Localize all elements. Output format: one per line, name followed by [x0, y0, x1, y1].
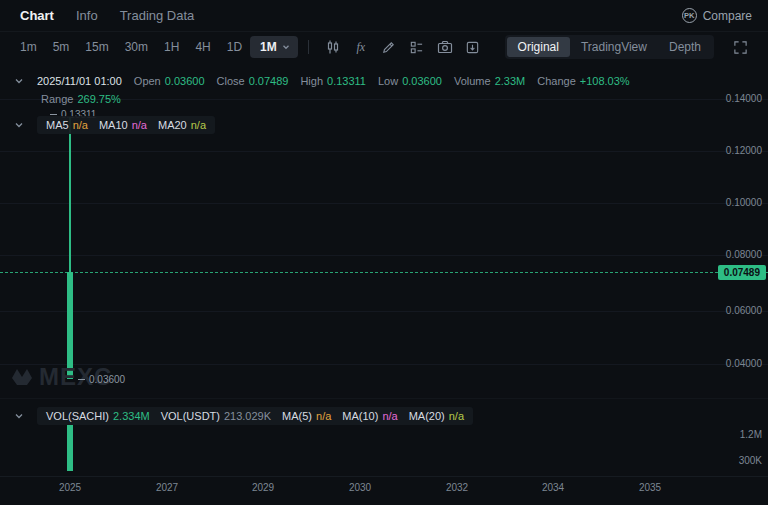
timeframe-4h[interactable]: 4H [187, 37, 218, 57]
camera-icon [437, 39, 453, 55]
low-label: Low [378, 75, 398, 87]
timeframe-selector-1M[interactable]: 1M [250, 36, 298, 58]
ma20-value: n/a [191, 119, 206, 131]
tab-chart[interactable]: Chart [20, 8, 54, 23]
ma5-value: n/a [73, 119, 88, 131]
indicator-settings-button[interactable] [403, 35, 431, 59]
timeframe-5m[interactable]: 5m [45, 37, 78, 57]
ma-pill: MA5n/a MA10n/a MA20n/a [37, 116, 215, 134]
gridline [0, 203, 768, 204]
toolbar-divider [308, 40, 309, 54]
marker-dash [78, 379, 85, 380]
save-icon [465, 40, 480, 55]
chevron-down-icon [282, 43, 290, 51]
vol-ma10-value: n/a [382, 410, 397, 422]
change-label: Change [537, 75, 576, 87]
range-value: 269.75% [77, 93, 120, 105]
vol-quote-value: 213.029K [224, 410, 271, 422]
tab-trading-data[interactable]: Trading Data [120, 8, 195, 23]
list-settings-icon [409, 40, 424, 55]
fx-icon: fx [356, 40, 365, 55]
vol-base-label: VOL(SACHI) [46, 410, 109, 422]
compare-pk-icon: PK [682, 8, 697, 23]
open-label: Open [134, 75, 161, 87]
vol-collapse-chevron[interactable] [14, 411, 24, 421]
vol-ma20-value: n/a [449, 410, 464, 422]
timeframe-1m[interactable]: 1m [12, 37, 45, 57]
fullscreen-icon [733, 40, 748, 55]
high-label: High [300, 75, 323, 87]
indicators-button[interactable]: fx [347, 35, 375, 59]
high-value: 0.13311 [327, 75, 366, 87]
gridline [0, 364, 768, 365]
gridline [0, 255, 768, 256]
price-tick: 0.06000 [726, 305, 762, 316]
ma5-label: MA5 [46, 119, 69, 131]
time-tick: 2035 [639, 482, 661, 493]
time-tick: 2029 [252, 482, 274, 493]
screenshot-button[interactable] [431, 35, 459, 59]
view-depth[interactable]: Depth [658, 37, 712, 57]
vol-base-value: 2.334M [113, 410, 150, 422]
price-tick: 0.04000 [726, 358, 762, 369]
close-value: 0.07489 [249, 75, 289, 87]
pencil-icon [381, 40, 396, 55]
main-tabs: Chart Info Trading Data [20, 8, 194, 23]
timeframe-1d[interactable]: 1D [219, 37, 250, 57]
low-price-marker: 0.03600 [78, 374, 125, 385]
time-tick: 2027 [156, 482, 178, 493]
vol-ma5-label: MA(5) [282, 410, 312, 422]
vol-quote-label: VOL(USDT) [161, 410, 220, 422]
candle-style-icon [325, 39, 341, 55]
trading-chart-app: Chart Info Trading Data PK Compare 1m 5m… [0, 0, 768, 505]
change-value: +108.03% [580, 75, 630, 87]
top-bar: Chart Info Trading Data PK Compare [0, 0, 768, 32]
volume-bar [67, 425, 73, 471]
chart-view-controls: Original TradingView Depth [505, 35, 754, 59]
chart-canvas[interactable]: MEXC 2025/11/01 01:00 Open0.03600 Close0… [0, 62, 768, 505]
view-tradingview[interactable]: TradingView [570, 37, 658, 57]
time-tick: 2030 [349, 482, 371, 493]
chart-toolbar: 1m 5m 15m 30m 1H 4H 1D 1M fx [0, 32, 768, 62]
vol-ma5-value: n/a [316, 410, 331, 422]
range-legend: Range269.75% [41, 93, 121, 105]
save-chart-button[interactable] [459, 35, 487, 59]
marker-dash [50, 114, 57, 115]
timeframe-15m[interactable]: 15m [77, 37, 116, 57]
fullscreen-button[interactable] [726, 35, 754, 59]
low-value: 0.03600 [402, 75, 442, 87]
candle-style-button[interactable] [319, 35, 347, 59]
vol-ma10-label: MA(10) [342, 410, 378, 422]
volume-tick: 300K [739, 455, 762, 466]
selected-timeframe-label: 1M [260, 40, 277, 54]
drawing-tools-button[interactable] [375, 35, 403, 59]
ma20-label: MA20 [158, 119, 187, 131]
view-original[interactable]: Original [507, 37, 570, 57]
ma10-label: MA10 [99, 119, 128, 131]
last-price-badge: 0.07489 [718, 265, 766, 280]
time-tick: 2025 [59, 482, 81, 493]
ma-collapse-chevron[interactable] [14, 120, 24, 130]
volume-value: 2.33M [495, 75, 526, 87]
last-price-line [0, 272, 768, 273]
price-tick: 0.14000 [726, 93, 762, 104]
ma10-value: n/a [132, 119, 147, 131]
compare-button[interactable]: PK Compare [682, 8, 752, 23]
compare-label: Compare [703, 9, 752, 23]
gridline [0, 311, 768, 312]
volume-legend: VOL(SACHI)2.334M VOL(USDT)213.029K MA(5)… [14, 407, 473, 425]
legend-collapse-chevron[interactable] [14, 76, 24, 86]
vol-ma20-label: MA(20) [409, 410, 445, 422]
vol-pill: VOL(SACHI)2.334M VOL(USDT)213.029K MA(5)… [37, 407, 473, 425]
time-tick: 2034 [542, 482, 564, 493]
volume-tick: 1.2M [740, 429, 762, 440]
tab-info[interactable]: Info [76, 8, 98, 23]
chart-view-toggle: Original TradingView Depth [505, 35, 714, 59]
time-axis-separator [0, 476, 768, 477]
ohlc-legend: 2025/11/01 01:00 Open0.03600 Close0.0748… [14, 75, 630, 87]
price-tick: 0.10000 [726, 197, 762, 208]
candle-datetime: 2025/11/01 01:00 [37, 75, 122, 87]
mexc-logo-icon [10, 365, 34, 389]
timeframe-1h[interactable]: 1H [156, 37, 187, 57]
timeframe-30m[interactable]: 30m [117, 37, 156, 57]
